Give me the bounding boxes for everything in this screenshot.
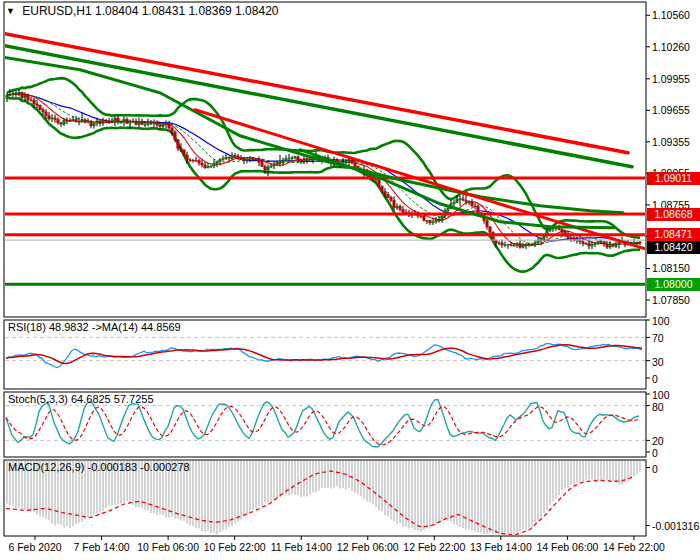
candle-body xyxy=(609,244,611,247)
candle-body xyxy=(48,116,50,119)
candle-body xyxy=(504,245,506,246)
candle-body xyxy=(516,244,518,246)
candle-body xyxy=(285,159,287,160)
candle-body xyxy=(402,209,404,212)
candle-body xyxy=(513,245,515,246)
candle-body xyxy=(102,121,104,124)
candle-body xyxy=(189,160,191,161)
candle-body xyxy=(210,166,212,167)
candle-body xyxy=(96,121,98,123)
candle-body xyxy=(441,216,443,221)
candle-body xyxy=(75,120,77,122)
candle-body xyxy=(6,95,8,98)
candle-body xyxy=(597,242,599,244)
candle-body xyxy=(156,123,158,125)
candle-body xyxy=(459,199,461,200)
candle-body xyxy=(588,243,590,246)
candle-body xyxy=(141,121,143,124)
candle-body xyxy=(345,162,347,163)
candle-body xyxy=(9,94,11,95)
candle-body xyxy=(78,121,80,122)
candle-body xyxy=(180,149,182,150)
candle-body xyxy=(174,132,176,140)
candle-body xyxy=(429,221,431,223)
candle-body xyxy=(183,150,185,155)
price-axis[interactable] xyxy=(646,0,700,536)
candle-body xyxy=(549,229,551,231)
candle-body xyxy=(234,156,236,157)
candle-body xyxy=(213,164,215,166)
candle-body xyxy=(384,191,386,194)
candle-body xyxy=(300,160,302,161)
symbol-dropdown-icon[interactable]: ▼ xyxy=(6,4,15,18)
candle-body xyxy=(216,161,218,163)
candle-body xyxy=(498,243,500,244)
candle-body xyxy=(186,155,188,160)
candle-body xyxy=(246,159,248,160)
candle-body xyxy=(468,201,470,202)
candle-body xyxy=(117,118,119,122)
candle-body xyxy=(261,162,263,166)
candle-body xyxy=(297,157,299,160)
candle-body xyxy=(33,100,35,104)
candle-body xyxy=(585,243,587,244)
candle-body xyxy=(42,110,44,112)
candle-body xyxy=(273,165,275,166)
candle-body xyxy=(24,95,26,98)
candle-body xyxy=(279,163,281,164)
candle-body xyxy=(129,121,131,123)
candle-body xyxy=(534,242,536,245)
candle-body xyxy=(237,156,239,158)
candle-body xyxy=(171,128,173,132)
ohlc-header: ▼ EURUSD,H1 1.08404 1.08431 1.08369 1.08… xyxy=(6,4,278,18)
time-axis[interactable] xyxy=(0,537,700,560)
candle-body xyxy=(606,244,608,247)
candle-body xyxy=(258,159,260,162)
candle-body xyxy=(135,121,137,124)
price-chart-canvas[interactable] xyxy=(0,0,700,560)
candle-body xyxy=(12,93,14,94)
candle-body xyxy=(249,158,251,160)
rsi-indicator-label: RSI(18) 48.9832 ->MA(14) 44.8569 xyxy=(8,321,181,334)
candle-body xyxy=(150,122,152,124)
candle-body xyxy=(114,118,116,122)
candle-body xyxy=(447,208,449,210)
candle-body xyxy=(252,158,254,160)
candle-body xyxy=(264,166,266,170)
candle-body xyxy=(39,106,41,110)
candle-body xyxy=(66,121,68,122)
candle-body xyxy=(396,206,398,208)
candle-body xyxy=(15,93,17,94)
candle-body xyxy=(87,121,89,122)
candle-body xyxy=(84,120,86,122)
candle-body xyxy=(195,161,197,162)
candle-body xyxy=(99,121,101,124)
candle-body xyxy=(561,229,563,232)
candle-body xyxy=(537,241,539,242)
candle-body xyxy=(465,200,467,201)
candle-body xyxy=(270,166,272,167)
candle-body xyxy=(60,123,62,124)
candle-body xyxy=(474,206,476,207)
candle-body xyxy=(438,220,440,221)
candle-body xyxy=(582,242,584,244)
candle-body xyxy=(603,242,605,244)
candle-body xyxy=(45,112,47,116)
candle-body xyxy=(222,159,224,160)
candle-body xyxy=(510,244,512,245)
candle-body xyxy=(63,121,65,125)
candle-body xyxy=(177,140,179,149)
candle-body xyxy=(615,245,617,247)
candle-body xyxy=(105,121,107,122)
candle-body xyxy=(198,161,200,163)
candle-body xyxy=(288,158,290,159)
candle-body xyxy=(525,245,527,246)
candle-body xyxy=(132,121,134,122)
candle-body xyxy=(54,118,56,119)
candle-body xyxy=(462,199,464,200)
candle-body xyxy=(120,122,122,123)
candle-body xyxy=(18,93,20,94)
candle-body xyxy=(93,123,95,126)
stoch-indicator-label: Stoch(5,3,3) 64.6825 57.7255 xyxy=(8,393,154,406)
candle-body xyxy=(36,104,38,106)
